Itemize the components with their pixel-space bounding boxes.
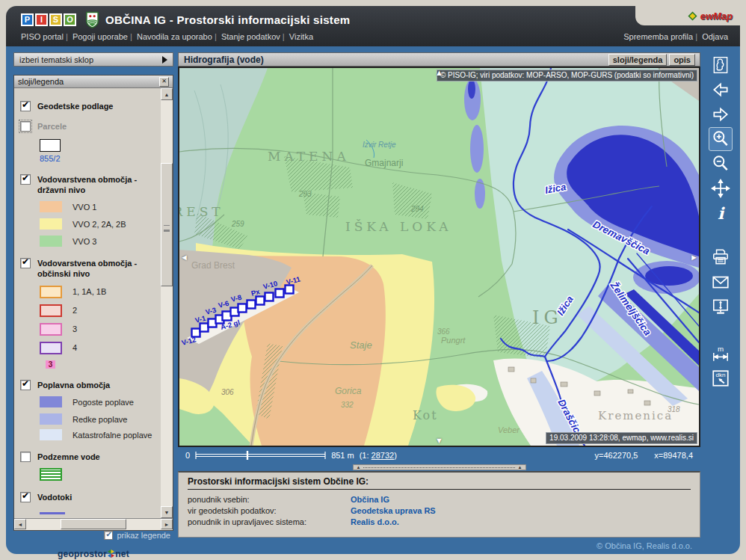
copyright-text: © Občina IG, Realis d.o.o. xyxy=(597,541,692,550)
map-panel: Hidrografija (vode) sloji/legenda opis xyxy=(178,52,700,538)
svg-text:Izvir Retje: Izvir Retje xyxy=(363,141,396,149)
layer-label: Poplavna območja xyxy=(37,380,110,390)
horizontal-scrollbar[interactable]: ◄ ► xyxy=(14,518,173,530)
legend-swatch xyxy=(40,396,62,407)
scale-bar-row: 0 851 m (1: 28732) y=462270,5 x=89478,4 xyxy=(178,447,700,464)
map-toolbar: i xyxy=(707,54,734,392)
svg-text:m: m xyxy=(718,345,724,353)
legend-label: 1, 1A, 1B xyxy=(73,287,106,296)
scale-ratio-link[interactable]: 28732 xyxy=(372,451,395,460)
geoprostor-pinwheel-icon xyxy=(107,550,115,558)
pan-down-icon[interactable]: ▼ xyxy=(435,437,443,445)
fit-screen-icon[interactable] xyxy=(709,295,732,318)
checkbox-podzemne-vode[interactable] xyxy=(20,452,31,462)
parcel-swatch xyxy=(40,139,61,152)
scale-ratio: (1: 28732) xyxy=(360,451,397,460)
back-arrow-icon[interactable] xyxy=(709,79,732,101)
map-view[interactable]: MATENA IŠKA LOKA BREST IG Kot Kremenica … xyxy=(178,67,700,447)
nav-stanje-podatkov[interactable]: Stanje podatkov xyxy=(212,32,280,41)
info-row: ponudnik in upravljavec sistema: Realis … xyxy=(188,517,691,526)
nav-odjava[interactable]: Odjava xyxy=(693,32,728,41)
info-icon[interactable]: i xyxy=(709,202,732,224)
splitter-handle[interactable]: ▲▲ xyxy=(353,464,526,470)
legend-swatch-stripes xyxy=(40,468,62,481)
header: P I S O OBČINA IG - Prostorski informaci… xyxy=(6,6,740,46)
layer-label: Vodotoki xyxy=(37,492,72,502)
svg-text:259: 259 xyxy=(231,220,244,228)
theme-selector-label: izberi tematski sklop xyxy=(19,55,93,64)
legend-label: Katastrofalne poplave xyxy=(73,431,152,440)
info-value-link[interactable]: Realis d.o.o. xyxy=(351,517,399,526)
checkbox-vvo-obcinski[interactable] xyxy=(20,258,31,268)
layers-legend-button[interactable]: sloji/legenda xyxy=(608,54,668,66)
description-button[interactable]: opis xyxy=(669,54,695,66)
info-panel-title: Prostorski informacijski sistem Občine I… xyxy=(188,476,691,490)
close-icon[interactable]: ✕ xyxy=(159,77,169,87)
nav-pogoji-uporabe[interactable]: Pogoji uporabe xyxy=(64,32,128,41)
checkbox-geodetske-podlage[interactable] xyxy=(20,101,31,111)
menu-bar: PISO portal Pogoji uporabe Navodila za u… xyxy=(6,30,740,46)
legend-label: Redke poplave xyxy=(73,415,127,424)
nav-vizitka[interactable]: Vizitka xyxy=(280,32,313,41)
measure-distance-icon[interactable]: m xyxy=(709,342,732,365)
nav-navodila[interactable]: Navodila za uporabo xyxy=(128,32,212,41)
nav-sprememba-profila[interactable]: Sprememba profila xyxy=(623,32,693,41)
checkbox-prikaz-legende[interactable] xyxy=(104,531,113,540)
checkbox-poplavna-obmocja[interactable] xyxy=(20,380,31,390)
map-title: Hidrografija (vode) xyxy=(184,55,264,65)
zoom-in-icon[interactable] xyxy=(709,128,732,150)
main-nav: PISO portal Pogoji uporabe Navodila za u… xyxy=(21,32,313,41)
svg-text:MATENA: MATENA xyxy=(268,149,350,164)
map-canvas: MATENA IŠKA LOKA BREST IG Kot Kremenica … xyxy=(179,68,699,446)
svg-text:332: 332 xyxy=(341,401,354,409)
pan-icon[interactable] xyxy=(709,177,732,200)
dkn-selector-icon[interactable]: dkn xyxy=(709,367,732,390)
coordinate-y: y=462270,5 xyxy=(595,451,638,460)
piso-letter: I xyxy=(35,13,48,26)
ewmap-text: ewMap xyxy=(700,10,733,22)
checkbox-vvo-drzavni[interactable] xyxy=(20,174,31,185)
piso-letter: P xyxy=(21,13,34,26)
info-label: vir geodetskih podatkov: xyxy=(188,506,351,515)
svg-text:Grad Brest: Grad Brest xyxy=(191,260,235,271)
legend-body: Geodetske podlage Parcele 855/2 Vodovars… xyxy=(14,88,173,518)
print-icon[interactable] xyxy=(709,246,732,268)
mail-icon[interactable] xyxy=(709,271,732,293)
forward-arrow-icon[interactable] xyxy=(709,103,732,126)
legend-swatch xyxy=(40,323,62,336)
nav-piso-portal[interactable]: PISO portal xyxy=(21,32,64,41)
info-panel: Prostorski informacijski sistem Občine I… xyxy=(178,471,700,538)
pan-right-icon[interactable]: ► xyxy=(690,253,698,261)
pan-up-icon[interactable]: ▲ xyxy=(435,69,443,77)
map-attribution: © PISO-IG; viri podatkov: MOP-ARSO, MOP-… xyxy=(437,70,697,81)
layer-label: Geodetske podlage xyxy=(37,101,113,111)
vertical-scrollbar[interactable]: ▲ ▼ xyxy=(161,88,173,518)
parcel-badge: 3 xyxy=(46,360,55,369)
scale-zero: 0 xyxy=(185,451,190,460)
scale-bar[interactable] xyxy=(195,451,326,460)
scrollbar-thumb[interactable] xyxy=(61,519,126,529)
scroll-up-icon[interactable]: ▲ xyxy=(161,88,173,100)
piso-logo: P I S O xyxy=(21,13,76,26)
content: izberi tematski sklop sloji/legenda ✕ Ge… xyxy=(6,46,740,554)
info-value-link[interactable]: Geodetska uprava RS xyxy=(351,506,436,515)
checkbox-vodotoki[interactable] xyxy=(20,492,31,502)
scrollbar-thumb[interactable] xyxy=(161,163,173,286)
checkbox-parcele[interactable] xyxy=(20,121,31,132)
scroll-left-icon[interactable]: ◄ xyxy=(14,519,26,529)
info-label: ponudnik vsebin: xyxy=(188,495,351,504)
zoom-out-icon[interactable] xyxy=(709,153,732,175)
pan-left-icon[interactable]: ◄ xyxy=(180,253,188,261)
info-value-link[interactable]: Občina IG xyxy=(351,495,389,504)
cursor-coordinates: y=462270,5 x=89478,4 xyxy=(595,451,694,460)
ewmap-diamond-icon xyxy=(688,11,697,21)
overview-map-icon[interactable] xyxy=(709,54,732,76)
info-row: ponudnik vsebin: Občina IG xyxy=(188,495,691,504)
show-legend-label: prikaz legende xyxy=(117,531,170,540)
legend-label: 4 xyxy=(73,343,77,352)
chevron-right-icon xyxy=(162,56,167,64)
theme-selector-bar[interactable]: izberi tematski sklop xyxy=(13,52,173,67)
scroll-down-icon[interactable]: ▼ xyxy=(161,506,173,518)
legend-label: 2 xyxy=(73,306,77,315)
scroll-right-icon[interactable]: ► xyxy=(161,519,173,529)
